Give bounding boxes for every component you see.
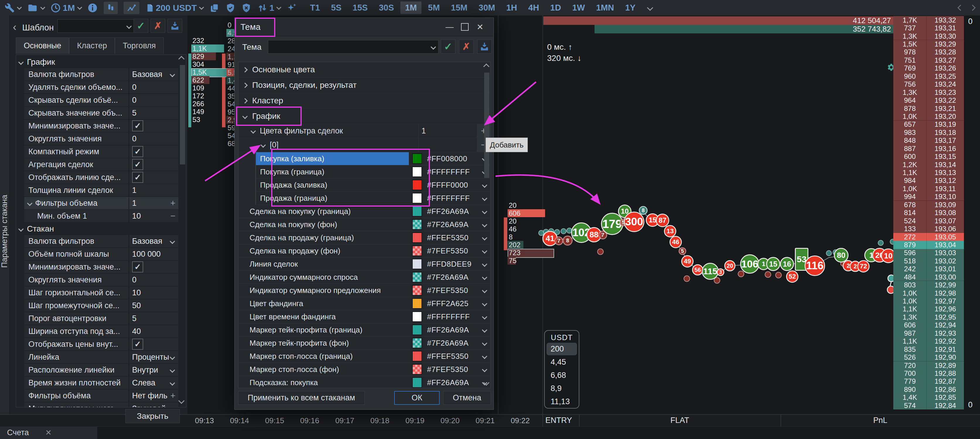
setting-value[interactable]: ✓ <box>129 158 178 171</box>
color-row[interactable]: Покупка (граница)#FFFFFFFF <box>255 165 490 179</box>
color-swatch[interactable] <box>412 364 422 375</box>
ladder-price[interactable]: 193,01 <box>926 265 964 273</box>
accounts-tab[interactable]: Счета ✕ <box>0 426 97 439</box>
settings-row[interactable]: Компактный режим✓ <box>24 146 178 158</box>
settings-row[interactable]: Толщина линии сделок1 <box>24 184 178 197</box>
settings-row[interactable]: Шаг горизонтальной се...10 <box>24 287 178 299</box>
trade-bubble[interactable]: 3 <box>717 268 724 276</box>
setting-value[interactable]: 5 <box>129 107 178 119</box>
color-swatch[interactable] <box>412 206 422 217</box>
setting-value[interactable]: 0 <box>129 133 178 145</box>
ladder-price[interactable]: 192,88 <box>926 369 964 377</box>
settings-row[interactable]: Мультипликаторы шага...Звуковой <box>24 403 178 407</box>
trade-bubble[interactable]: 8 <box>563 236 573 246</box>
trade-bubble[interactable]: 16 <box>780 257 794 271</box>
theme-delete-button[interactable]: ✗ <box>459 40 474 54</box>
trade-bubble[interactable]: 5 <box>679 247 686 255</box>
setting-value[interactable]: Базовая <box>129 68 178 81</box>
ladder-price[interactable]: 193,30 <box>926 32 964 40</box>
tree-item-График[interactable]: График <box>239 109 490 124</box>
dom-ladder[interactable]: 1,7K193,32737193,311,3K193,301,5K193,299… <box>893 16 980 410</box>
setting-value[interactable]: 100 000 <box>129 248 178 260</box>
settings-row[interactable]: Мин. объем 110− <box>24 210 178 222</box>
checkbox-checked[interactable]: ✓ <box>132 172 143 183</box>
ladder-row[interactable]: 1,0K193,20 <box>893 113 980 120</box>
ladder-price[interactable]: 193,25 <box>926 72 964 80</box>
close-button[interactable]: ✕ <box>473 21 488 33</box>
color-dropdown[interactable] <box>479 368 490 371</box>
ladder-row[interactable]: 964193,22 <box>893 96 980 104</box>
color-dropdown[interactable] <box>479 209 490 213</box>
chart-view-toggle[interactable] <box>124 2 139 14</box>
settings-row[interactable]: Округлять значения0 <box>24 133 178 145</box>
ladder-price[interactable]: 193,03 <box>926 249 964 257</box>
trade-bubble[interactable]: 106 <box>740 254 759 274</box>
timeframe-button-1D[interactable]: 1D <box>546 2 566 14</box>
ladder-price[interactable]: 193,04 <box>926 241 964 249</box>
color-swatch[interactable] <box>412 311 422 322</box>
ladder-row[interactable]: 769193,26 <box>893 64 980 72</box>
section-header[interactable]: Стакан <box>16 223 186 235</box>
ladder-price[interactable]: 193,11 <box>926 185 964 193</box>
setting-value[interactable]: ✓ <box>129 171 178 184</box>
color-swatch[interactable] <box>412 180 422 190</box>
ladder-row[interactable]: 242193,01 <box>893 265 980 273</box>
ladder-row[interactable]: 878193,21 <box>893 105 980 113</box>
color-dropdown[interactable] <box>479 197 490 200</box>
color-swatch[interactable] <box>412 298 422 309</box>
color-dropdown[interactable] <box>479 315 490 319</box>
ladder-price[interactable]: 193,10 <box>926 193 964 201</box>
ladder-row[interactable]: 700192,88 <box>893 369 980 377</box>
ladder-price[interactable]: 192,86 <box>926 385 964 393</box>
settings-row[interactable]: ЛинейкаПроценты <box>24 351 178 363</box>
setting-value[interactable]: Внутри <box>129 364 178 376</box>
ladder-price[interactable]: 193,28 <box>926 48 964 56</box>
timeframe-button-30S[interactable]: 30S <box>374 2 399 14</box>
ladder-price[interactable]: 192,89 <box>926 361 964 369</box>
ladder-row[interactable]: 879193,04 <box>893 241 980 249</box>
color-dropdown[interactable] <box>479 354 490 358</box>
ladder-row[interactable]: 887193,16 <box>893 144 980 152</box>
tab-Торговля[interactable]: Торговля <box>115 38 164 54</box>
setting-value[interactable]: Слева <box>129 377 178 389</box>
entry-cell[interactable]: ENTRY <box>546 414 572 426</box>
ladder-price[interactable]: 193,00 <box>926 273 964 281</box>
cancel-button[interactable]: Отмена <box>443 391 491 405</box>
qty-option-6,68[interactable]: 6,68 <box>547 369 577 382</box>
color-dropdown[interactable] <box>479 341 490 345</box>
checkbox-checked[interactable]: ✓ <box>132 339 143 350</box>
ladder-row[interactable]: 751193,27 <box>893 56 980 64</box>
order-qty-button[interactable]: 200 USDT <box>145 3 203 13</box>
ladder-price[interactable]: 193,29 <box>926 40 964 48</box>
ladder-row[interactable]: 890192,86 <box>893 385 980 393</box>
scroll-up-icon[interactable] <box>483 63 489 70</box>
ladder-price[interactable]: 193,05 <box>926 233 964 241</box>
ladder-price[interactable]: 193,15 <box>926 152 964 160</box>
setting-value[interactable]: ✓ <box>129 146 178 158</box>
ladder-price[interactable]: 192,91 <box>926 345 964 353</box>
ladder-row[interactable]: 1,0K192,98 <box>893 289 980 297</box>
settings-row[interactable]: Округлять значения0 <box>24 274 178 286</box>
settings-row[interactable]: Минимизировать значе...✓ <box>24 261 178 273</box>
settings-row[interactable]: Шаг промежуточной се...50 <box>24 300 178 312</box>
ladder-price[interactable]: 193,31 <box>926 24 964 32</box>
ladder-price[interactable]: 193,23 <box>926 89 964 96</box>
ladder-price[interactable]: 193,27 <box>926 56 964 64</box>
color-swatch[interactable] <box>412 246 422 256</box>
ladder-price[interactable]: 193,14 <box>926 161 964 169</box>
color-swatch[interactable] <box>412 259 422 269</box>
ladder-row[interactable]: 524193,07 <box>893 217 980 225</box>
settings-row[interactable]: Порог автоцентровки5 <box>24 312 178 325</box>
template-save-button[interactable] <box>167 19 182 33</box>
color-swatch[interactable] <box>412 285 422 296</box>
ladder-price[interactable]: 193,13 <box>926 169 964 176</box>
ladder-row[interactable]: 983193,18 <box>893 128 980 136</box>
ladder-price[interactable]: 193,08 <box>926 209 964 217</box>
ladder-row[interactable]: 848193,17 <box>893 137 980 144</box>
timeframe-button-30M[interactable]: 30M <box>474 2 500 14</box>
timeframe-button-1W[interactable]: 1W <box>568 2 590 14</box>
ladder-price[interactable]: 192,85 <box>926 394 964 401</box>
setting-value[interactable]: 1+ <box>129 197 178 209</box>
settings-row[interactable]: Скрывать значение объ...5 <box>24 107 178 119</box>
color-swatch[interactable] <box>412 338 422 348</box>
